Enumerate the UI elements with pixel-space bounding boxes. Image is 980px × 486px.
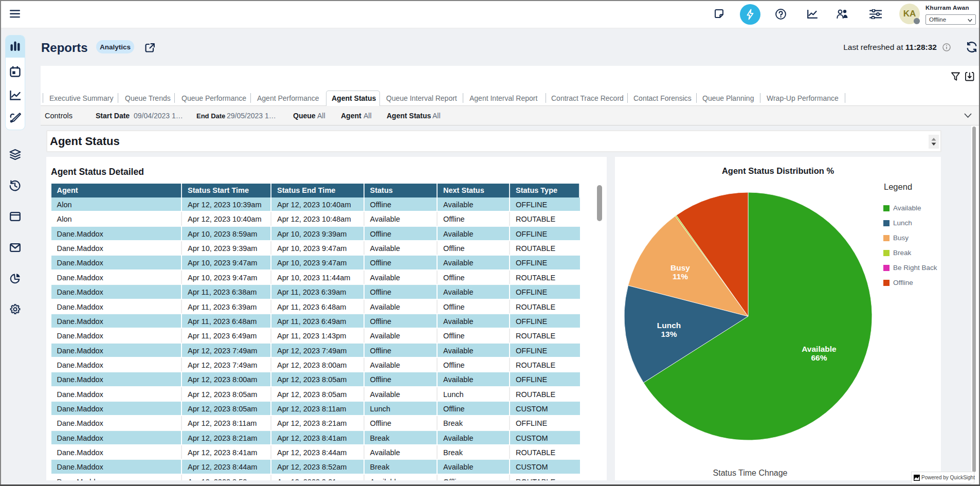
svg-text:66%: 66%	[811, 353, 827, 362]
svg-text:Busy: Busy	[670, 263, 690, 272]
svg-text:13%: 13%	[661, 330, 677, 338]
svg-text:Lunch: Lunch	[657, 321, 681, 330]
svg-text:Available: Available	[802, 345, 837, 353]
svg-text:11%: 11%	[673, 272, 688, 281]
